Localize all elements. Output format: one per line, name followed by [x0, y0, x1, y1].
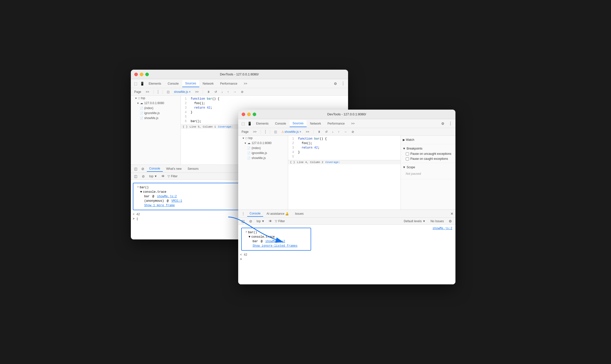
front-pause-uncaught-checkbox[interactable] — [406, 152, 409, 156]
back-close-button[interactable] — [134, 73, 138, 76]
front-issues-tab[interactable]: Issues — [292, 211, 306, 216]
back-toolbar-more[interactable]: ⋮ — [156, 89, 160, 94]
front-pause-caught-checkbox[interactable] — [406, 157, 409, 161]
front-breakpoints-header[interactable]: ▼ Breakpoints — [401, 146, 455, 151]
front-toolbar-more[interactable]: ⋮ — [263, 129, 267, 134]
back-pause-icon[interactable]: ⏸ — [205, 90, 211, 94]
front-tab-performance[interactable]: Performance — [325, 120, 348, 127]
back-device-icon[interactable]: 📱 — [139, 81, 145, 87]
back-sidebar-toggle[interactable]: ◫ — [165, 90, 171, 94]
back-server-triangle: ▼ — [137, 102, 139, 105]
back-vm31-link[interactable]: VM31:1 — [171, 199, 182, 203]
front-file-more[interactable]: >> — [304, 130, 311, 134]
front-inspect-icon[interactable]: ⬚ — [240, 121, 246, 127]
back-inspect-icon[interactable]: ⬚ — [133, 81, 139, 87]
back-tab-more[interactable]: >> — [241, 80, 250, 87]
front-console-sidebar-btn[interactable]: ◫ — [240, 218, 246, 224]
front-scope-header[interactable]: ▼ Scope — [401, 165, 455, 170]
front-tab-sources[interactable]: Sources — [290, 120, 307, 127]
front-file-tab[interactable]: ⚠ showMe.js × — [280, 130, 303, 134]
front-console-eye[interactable]: 👁 — [267, 218, 273, 224]
back-tab-sources[interactable]: Sources — [182, 80, 199, 87]
back-sidebar-index[interactable]: 📄 (index) — [131, 106, 181, 111]
front-entry-trace: ▼ console.trace — [244, 235, 309, 239]
front-ignore-frames-link[interactable]: Show ignore-listed frames — [253, 244, 298, 248]
back-console-clear-icon[interactable]: ⊘ — [140, 166, 146, 172]
front-device-icon[interactable]: 📱 — [247, 121, 253, 127]
back-step-into[interactable]: ↓ — [220, 90, 224, 94]
back-file-tab[interactable]: showMe.js × — [173, 90, 192, 94]
front-step-over[interactable]: ↺ — [324, 130, 329, 134]
back-sidebar-showme[interactable]: 📄 showMe.js — [131, 116, 181, 121]
front-console-settings[interactable]: ⚙ — [447, 218, 453, 224]
front-console-clear-btn[interactable]: ⊘ — [248, 218, 254, 224]
front-showme-link[interactable]: showMe.js:2 — [265, 240, 285, 243]
front-close-panel-btn[interactable]: ✕ — [450, 212, 453, 216]
back-fullscreen-button[interactable] — [145, 73, 149, 76]
back-console-clear-btn[interactable]: ⊘ — [140, 173, 146, 179]
back-whatsnew-tab[interactable]: What's new — [164, 166, 184, 172]
back-tab-performance[interactable]: Performance — [217, 80, 240, 87]
front-console-tab[interactable]: Console — [247, 211, 263, 217]
front-sidebar-server[interactable]: ▼ ☁ 127.0.0.1:8080 — [238, 141, 288, 146]
front-sidebar-showme[interactable]: 📄 showMe.js — [238, 156, 288, 161]
back-showme-icon: 📄 — [140, 117, 143, 120]
back-more-icon[interactable]: ⋮ — [340, 81, 346, 87]
front-deactivate[interactable]: ⊘ — [350, 130, 356, 134]
front-minimize-button[interactable] — [247, 113, 251, 116]
front-tab-more[interactable]: >> — [348, 120, 358, 127]
front-step[interactable]: → — [343, 130, 349, 134]
back-step-out[interactable]: ↑ — [226, 90, 230, 94]
front-close-button[interactable] — [242, 113, 245, 116]
front-default-levels[interactable]: Default levels ▼ — [402, 219, 427, 223]
front-right-showme-link[interactable]: showMe.js:2 — [432, 227, 452, 230]
back-step-over[interactable]: ↺ — [213, 90, 218, 94]
front-sidebar-ignoreme[interactable]: 📄 ignoreMe.js — [238, 151, 288, 156]
front-tab-console[interactable]: Console — [272, 120, 289, 127]
front-sep3 — [313, 130, 314, 134]
front-ai-tab[interactable]: AI assistance 🔔 — [264, 211, 292, 216]
back-step[interactable]: → — [232, 90, 238, 94]
front-trace-arrow[interactable]: ▼ — [249, 235, 250, 239]
front-page-tab[interactable]: Page — [240, 130, 250, 134]
back-page-tab[interactable]: Page — [133, 90, 143, 94]
front-tab-elements[interactable]: Elements — [253, 120, 272, 127]
front-bar-arrow[interactable]: > — [246, 231, 247, 233]
back-file-more[interactable]: >> — [194, 90, 200, 94]
back-page-more[interactable]: >> — [144, 90, 151, 94]
front-sidebar-top[interactable]: ▼ □ top — [238, 136, 288, 141]
front-tab-network[interactable]: Network — [307, 120, 324, 127]
back-console-sidebar-btn[interactable]: ◫ — [133, 173, 139, 179]
back-tab-bar-icons: ⚙ ⋮ — [333, 81, 346, 87]
back-tab-elements[interactable]: Elements — [146, 80, 164, 87]
back-sidebar-ignoreme[interactable]: 📄 ignoreMe.js — [131, 111, 181, 116]
front-watch-header[interactable]: ▶ Watch — [401, 137, 455, 143]
back-console-eye[interactable]: 👁 — [160, 173, 166, 179]
front-pause-icon[interactable]: ⏸ — [316, 130, 322, 134]
back-sensors-tab[interactable]: Sensors — [185, 166, 201, 172]
front-page-more[interactable]: >> — [252, 130, 258, 134]
front-fullscreen-button[interactable] — [253, 113, 256, 116]
back-tab-network[interactable]: Network — [200, 80, 217, 87]
back-bar-arrow[interactable]: > — [137, 186, 139, 188]
front-step-out[interactable]: ↑ — [337, 130, 341, 134]
front-console-top[interactable]: top ▼ — [255, 219, 266, 223]
back-console-sidebar-icon[interactable]: ◫ — [133, 166, 139, 172]
back-console-top[interactable]: top ▼ — [148, 174, 159, 179]
back-showme-link[interactable]: showMe.js:2 — [157, 195, 177, 198]
back-trace-arrow[interactable]: ▼ — [140, 190, 142, 194]
front-more-icon[interactable]: ⋮ — [447, 121, 453, 127]
back-tab-console[interactable]: Console — [165, 80, 182, 87]
back-settings-icon[interactable]: ⚙ — [333, 81, 339, 87]
back-sidebar-server[interactable]: ▼ ☁ 127.0.0.1:8080 — [131, 101, 181, 106]
back-minimize-button[interactable] — [140, 73, 143, 76]
back-console-tab[interactable]: Console — [147, 166, 163, 172]
front-sidebar-toggle[interactable]: ◫ — [273, 130, 278, 134]
front-settings-icon[interactable]: ⚙ — [440, 121, 446, 127]
back-deactivate[interactable]: ⊘ — [239, 90, 245, 94]
back-more-frame-link[interactable]: Show 1 more frame — [144, 204, 175, 207]
front-step-into[interactable]: ↓ — [331, 130, 335, 134]
front-console-sidebar-icon[interactable]: ⋮ — [240, 211, 246, 217]
front-sidebar-index[interactable]: 📄 (index) — [238, 146, 288, 151]
back-sidebar-top[interactable]: ▼ □ top — [131, 96, 181, 101]
